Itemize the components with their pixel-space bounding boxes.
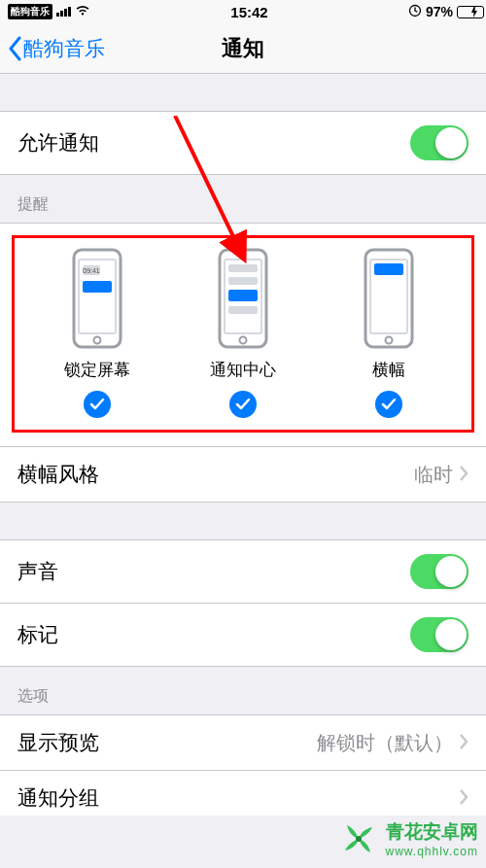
show-previews-label: 显示预览 xyxy=(17,729,99,756)
options-header: 选项 xyxy=(0,667,486,714)
status-time: 15:42 xyxy=(230,4,267,20)
banner-style-label: 横幅风格 xyxy=(17,461,99,488)
notification-grouping-label: 通知分组 xyxy=(17,784,99,812)
chevron-left-icon xyxy=(8,36,23,61)
svg-rect-11 xyxy=(228,264,258,272)
battery-percent: 97% xyxy=(426,4,453,19)
alert-label: 锁定屏幕 xyxy=(64,359,130,381)
svg-rect-12 xyxy=(228,277,258,285)
signal-icon xyxy=(56,7,71,17)
lock-screen-preview-icon: 09:41 xyxy=(60,248,134,349)
allow-notifications-switch[interactable] xyxy=(410,125,469,160)
alert-checkmark-icon xyxy=(375,391,402,418)
pinwheel-icon xyxy=(337,817,380,860)
battery-icon xyxy=(457,6,478,18)
alert-checkmark-icon xyxy=(229,391,257,418)
show-previews-value: 解锁时（默认） xyxy=(317,730,453,756)
watermark-url: www.qhhlv.com xyxy=(386,845,478,858)
chevron-right-icon xyxy=(459,464,469,486)
annotation-highlight-box: 09:41 锁定屏幕 通知中心 xyxy=(12,235,474,433)
back-button[interactable]: 酷狗音乐 xyxy=(8,35,105,62)
svg-rect-7 xyxy=(83,281,112,293)
svg-rect-13 xyxy=(228,290,258,301)
status-bar: 酷狗音乐 15:42 97% xyxy=(0,0,486,23)
alerts-panel: 09:41 锁定屏幕 通知中心 xyxy=(0,223,486,447)
back-label: 酷狗音乐 xyxy=(23,35,105,62)
banner-style-value: 临时 xyxy=(414,462,453,488)
return-to-app-indicator[interactable]: 酷狗音乐 xyxy=(8,4,52,19)
svg-rect-18 xyxy=(374,263,403,275)
chevron-right-icon xyxy=(459,732,469,754)
sound-row: 声音 xyxy=(0,539,486,604)
alerts-header: 提醒 xyxy=(0,175,486,223)
allow-notifications-row: 允许通知 xyxy=(0,111,486,175)
svg-text:09:41: 09:41 xyxy=(83,267,100,274)
rotation-lock-icon xyxy=(408,4,422,20)
chevron-right-icon xyxy=(459,787,469,810)
show-previews-row[interactable]: 显示预览 解锁时（默认） xyxy=(0,714,486,771)
wifi-icon xyxy=(75,4,90,19)
sound-switch[interactable] xyxy=(410,554,469,589)
badges-switch[interactable] xyxy=(410,617,469,652)
alert-label: 通知中心 xyxy=(210,359,276,381)
alert-option-notification-center[interactable]: 通知中心 xyxy=(206,248,280,418)
notification-center-preview-icon xyxy=(206,248,280,349)
allow-notifications-label: 允许通知 xyxy=(17,129,99,156)
badges-label: 标记 xyxy=(17,621,58,648)
svg-rect-14 xyxy=(228,306,258,314)
sound-label: 声音 xyxy=(17,558,58,585)
alert-label: 横幅 xyxy=(372,359,405,381)
badges-row: 标记 xyxy=(0,604,486,667)
svg-point-19 xyxy=(356,836,362,842)
nav-bar: 酷狗音乐 通知 xyxy=(0,23,486,74)
watermark: 青花安卓网 www.qhhlv.com xyxy=(337,817,478,860)
banner-style-row[interactable]: 横幅风格 临时 xyxy=(0,447,486,503)
alert-option-lock-screen[interactable]: 09:41 锁定屏幕 xyxy=(60,248,134,418)
alert-option-banners[interactable]: 横幅 xyxy=(352,248,426,418)
banner-preview-icon xyxy=(352,248,426,349)
alert-checkmark-icon xyxy=(84,391,111,418)
notification-grouping-row[interactable]: 通知分组 xyxy=(0,771,486,816)
watermark-name: 青花安卓网 xyxy=(386,821,478,842)
